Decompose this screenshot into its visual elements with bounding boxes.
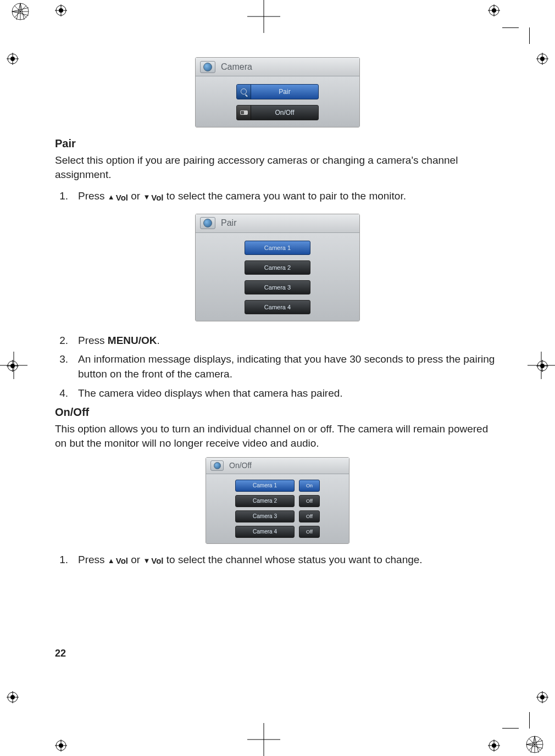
onoff-row-4: Camera 4 Off [235,526,320,538]
step1-suffix: to select the camera you want to pair to… [164,190,406,202]
pair-step-1: 1. Press ▲Vol or ▼Vol to select the came… [55,189,500,204]
step1-prefix: Press [78,190,108,202]
ss1-header: Camera [196,58,359,76]
onoff-label: On/Off [251,109,318,116]
print-reg-bl1 [7,691,19,703]
camera-1-item[interactable]: Camera 1 [235,480,295,492]
ss2-title: Pair [221,218,236,228]
ss2-header: Pair [196,214,359,233]
onoff-step-1: 1. Press ▲Vol or ▼Vol to select the chan… [55,553,500,568]
onoff-section: On/Off This option allows you to turn an… [55,406,500,450]
camera-2-state[interactable]: Off [299,495,320,507]
print-fan-tl [11,2,30,21]
camera-2-item[interactable]: Camera 2 [245,260,310,275]
pair-intro: Select this option if you are pairing ac… [55,153,500,181]
print-reg-midr [536,360,548,372]
triangle-down-icon: ▼ [143,556,150,566]
camera-icon [200,61,215,73]
camera-icon [210,460,224,471]
screenshot-pair-list: Pair Camera 1 Camera 2 Camera 3 Camera 4 [55,214,500,321]
print-fan-br [525,735,544,754]
vol-up-key: ▲Vol [108,555,128,566]
step-num: 1. [55,189,68,204]
camera-icon [200,217,215,229]
vol-down-key: ▼Vol [143,555,163,566]
ss3-header: On/Off [206,458,349,474]
onoff-heading: On/Off [55,406,500,419]
camera-4-item[interactable]: Camera 4 [235,526,295,538]
page-number: 22 [55,648,66,659]
print-cross-top [247,0,280,33]
camera-3-state[interactable]: Off [299,510,320,522]
print-reg-br1 [536,691,548,703]
pair-menu-item[interactable]: Pair [236,84,319,99]
print-reg-mr [536,53,548,65]
camera-1-state[interactable]: On [299,480,320,492]
triangle-up-icon: ▲ [108,556,115,566]
screenshot-onoff-list: On/Off Camera 1 On Camera 2 Off Camera 3… [55,457,500,544]
camera-4-state[interactable]: Off [299,526,320,538]
camera-2-item[interactable]: Camera 2 [235,495,295,507]
switch-icon [237,105,251,120]
camera-3-item[interactable]: Camera 3 [245,280,310,294]
print-reg-tr [488,4,500,16]
ss3-title: On/Off [229,461,252,470]
camera-4-item[interactable]: Camera 4 [245,300,310,314]
print-reg-ml [7,53,19,65]
menu-ok-key: MENU/OK [108,335,157,346]
pair-step-3: 3. An information message displays, indi… [55,352,500,381]
onoff-intro: This option allows you to turn an indivi… [55,422,500,450]
triangle-up-icon: ▲ [108,192,115,202]
print-cross-bottom [247,723,280,756]
ss1-title: Camera [221,62,252,72]
vol-up-key: ▲Vol [108,192,128,203]
step1-or: or [128,190,143,202]
onoff-menu-item[interactable]: On/Off [236,105,319,120]
onoff-row-2: Camera 2 Off [235,495,320,507]
magnify-icon [237,85,251,99]
screenshot-camera-menu: Camera Pair On/Off [55,57,500,127]
triangle-down-icon: ▼ [143,192,150,202]
vol-down-key: ▼Vol [143,192,163,203]
crop-tr [502,27,530,55]
camera-3-item[interactable]: Camera 3 [235,510,295,522]
onoff-row-3: Camera 3 Off [235,510,320,522]
print-reg-br2 [488,740,500,752]
pair-step-4: 4. The camera video displays when that c… [55,386,500,401]
onoff-row-1: Camera 1 On [235,480,320,492]
crop-br [502,701,530,729]
pair-section: Pair Select this option if you are pairi… [55,137,500,204]
page-content: Camera Pair On/Off Pair Select this opti… [55,44,500,690]
pair-heading: Pair [55,137,500,150]
print-reg-bl2 [55,740,67,752]
print-reg-tl [55,4,67,16]
pair-label: Pair [251,88,318,96]
print-reg-midl [7,360,19,372]
camera-1-item[interactable]: Camera 1 [245,241,310,255]
pair-step-2: 2. Press MENU/OK. [55,333,500,348]
